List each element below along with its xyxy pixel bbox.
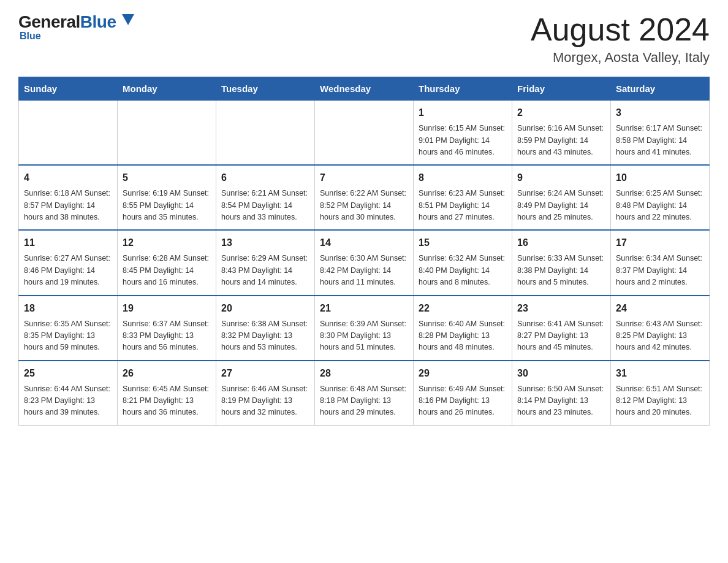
- day-number: 25: [24, 366, 112, 381]
- calendar-cell: 25Sunrise: 6:44 AM Sunset: 8:23 PM Dayli…: [19, 361, 118, 426]
- day-info: Sunrise: 6:46 AM Sunset: 8:19 PM Dayligh…: [221, 383, 309, 419]
- calendar-cell: 31Sunrise: 6:51 AM Sunset: 8:12 PM Dayli…: [611, 361, 710, 426]
- calendar-header-friday: Friday: [512, 77, 611, 101]
- day-number: 31: [616, 366, 704, 381]
- calendar-header-sunday: Sunday: [19, 77, 118, 101]
- day-number: 1: [419, 105, 507, 120]
- calendar-header-tuesday: Tuesday: [216, 77, 315, 101]
- calendar-cell: 3Sunrise: 6:17 AM Sunset: 8:58 PM Daylig…: [611, 101, 710, 166]
- day-number: 19: [123, 301, 211, 316]
- calendar-header-thursday: Thursday: [414, 77, 512, 101]
- calendar-cell: 1Sunrise: 6:15 AM Sunset: 9:01 PM Daylig…: [414, 101, 512, 166]
- day-info: Sunrise: 6:43 AM Sunset: 8:25 PM Dayligh…: [616, 318, 704, 354]
- calendar-week-4: 18Sunrise: 6:35 AM Sunset: 8:35 PM Dayli…: [19, 296, 710, 361]
- day-info: Sunrise: 6:27 AM Sunset: 8:46 PM Dayligh…: [24, 253, 112, 288]
- day-number: 5: [123, 170, 211, 185]
- calendar-header-saturday: Saturday: [611, 77, 710, 101]
- calendar-cell: [216, 101, 315, 166]
- day-number: 14: [320, 236, 408, 250]
- day-info: Sunrise: 6:41 AM Sunset: 8:27 PM Dayligh…: [517, 318, 605, 354]
- day-info: Sunrise: 6:30 AM Sunset: 8:42 PM Dayligh…: [320, 253, 408, 288]
- calendar-cell: 12Sunrise: 6:28 AM Sunset: 8:45 PM Dayli…: [118, 230, 216, 295]
- day-number: 24: [616, 301, 704, 316]
- calendar-week-3: 11Sunrise: 6:27 AM Sunset: 8:46 PM Dayli…: [19, 230, 710, 295]
- calendar-cell: 8Sunrise: 6:23 AM Sunset: 8:51 PM Daylig…: [414, 165, 512, 230]
- month-title: August 2024: [531, 12, 710, 47]
- calendar-cell: 11Sunrise: 6:27 AM Sunset: 8:46 PM Dayli…: [19, 230, 118, 295]
- title-area: August 2024 Morgex, Aosta Valley, Italy: [531, 12, 710, 66]
- calendar-cell: 9Sunrise: 6:24 AM Sunset: 8:49 PM Daylig…: [512, 165, 611, 230]
- day-info: Sunrise: 6:22 AM Sunset: 8:52 PM Dayligh…: [320, 188, 408, 223]
- day-info: Sunrise: 6:39 AM Sunset: 8:30 PM Dayligh…: [320, 318, 408, 354]
- day-info: Sunrise: 6:48 AM Sunset: 8:18 PM Dayligh…: [320, 383, 408, 419]
- day-info: Sunrise: 6:33 AM Sunset: 8:38 PM Dayligh…: [517, 253, 605, 288]
- calendar-cell: 19Sunrise: 6:37 AM Sunset: 8:33 PM Dayli…: [118, 296, 216, 361]
- day-number: 4: [24, 170, 112, 185]
- calendar-cell: 13Sunrise: 6:29 AM Sunset: 8:43 PM Dayli…: [216, 230, 315, 295]
- logo-general: General: [18, 12, 80, 32]
- day-info: Sunrise: 6:34 AM Sunset: 8:37 PM Dayligh…: [616, 253, 704, 288]
- day-info: Sunrise: 6:45 AM Sunset: 8:21 PM Dayligh…: [123, 383, 211, 419]
- day-info: Sunrise: 6:15 AM Sunset: 9:01 PM Dayligh…: [419, 123, 507, 158]
- day-number: 7: [320, 170, 408, 185]
- calendar-cell: 24Sunrise: 6:43 AM Sunset: 8:25 PM Dayli…: [611, 296, 710, 361]
- day-info: Sunrise: 6:51 AM Sunset: 8:12 PM Dayligh…: [616, 383, 704, 419]
- day-info: Sunrise: 6:49 AM Sunset: 8:16 PM Dayligh…: [419, 383, 507, 419]
- day-info: Sunrise: 6:40 AM Sunset: 8:28 PM Dayligh…: [419, 318, 507, 354]
- calendar-header-row: SundayMondayTuesdayWednesdayThursdayFrid…: [19, 77, 710, 101]
- day-number: 22: [419, 301, 507, 316]
- logo-blue-part: Blue: [80, 12, 134, 32]
- day-info: Sunrise: 6:50 AM Sunset: 8:14 PM Dayligh…: [517, 383, 605, 419]
- day-info: Sunrise: 6:21 AM Sunset: 8:54 PM Dayligh…: [221, 188, 309, 223]
- day-number: 23: [517, 301, 605, 316]
- calendar-cell: 26Sunrise: 6:45 AM Sunset: 8:21 PM Dayli…: [118, 361, 216, 426]
- day-number: 9: [517, 170, 605, 185]
- day-number: 6: [221, 170, 309, 185]
- day-info: Sunrise: 6:38 AM Sunset: 8:32 PM Dayligh…: [221, 318, 309, 354]
- day-info: Sunrise: 6:32 AM Sunset: 8:40 PM Dayligh…: [419, 253, 507, 288]
- location-title: Morgex, Aosta Valley, Italy: [531, 50, 710, 66]
- calendar-header-monday: Monday: [118, 77, 216, 101]
- calendar-cell: 22Sunrise: 6:40 AM Sunset: 8:28 PM Dayli…: [414, 296, 512, 361]
- day-info: Sunrise: 6:44 AM Sunset: 8:23 PM Dayligh…: [24, 383, 112, 419]
- day-number: 12: [123, 236, 211, 250]
- logo-text: General Blue: [18, 12, 134, 32]
- calendar-cell: 20Sunrise: 6:38 AM Sunset: 8:32 PM Dayli…: [216, 296, 315, 361]
- day-number: 20: [221, 301, 309, 316]
- calendar-cell: 27Sunrise: 6:46 AM Sunset: 8:19 PM Dayli…: [216, 361, 315, 426]
- day-number: 21: [320, 301, 408, 316]
- calendar-header-wednesday: Wednesday: [315, 77, 414, 101]
- calendar-week-1: 1Sunrise: 6:15 AM Sunset: 9:01 PM Daylig…: [19, 101, 710, 166]
- day-number: 3: [616, 105, 704, 120]
- calendar-cell: [315, 101, 414, 166]
- calendar-cell: 21Sunrise: 6:39 AM Sunset: 8:30 PM Dayli…: [315, 296, 414, 361]
- calendar-cell: 30Sunrise: 6:50 AM Sunset: 8:14 PM Dayli…: [512, 361, 611, 426]
- day-number: 29: [419, 366, 507, 381]
- calendar-cell: 10Sunrise: 6:25 AM Sunset: 8:48 PM Dayli…: [611, 165, 710, 230]
- day-number: 26: [123, 366, 211, 381]
- day-info: Sunrise: 6:17 AM Sunset: 8:58 PM Dayligh…: [616, 123, 704, 158]
- calendar-cell: 4Sunrise: 6:18 AM Sunset: 8:57 PM Daylig…: [19, 165, 118, 230]
- day-info: Sunrise: 6:37 AM Sunset: 8:33 PM Dayligh…: [123, 318, 211, 354]
- logo-triangle-icon: [122, 14, 134, 25]
- day-number: 18: [24, 301, 112, 316]
- calendar-cell: 16Sunrise: 6:33 AM Sunset: 8:38 PM Dayli…: [512, 230, 611, 295]
- logo-underline: Blue: [20, 31, 41, 42]
- calendar-cell: 14Sunrise: 6:30 AM Sunset: 8:42 PM Dayli…: [315, 230, 414, 295]
- day-info: Sunrise: 6:25 AM Sunset: 8:48 PM Dayligh…: [616, 188, 704, 223]
- day-info: Sunrise: 6:18 AM Sunset: 8:57 PM Dayligh…: [24, 188, 112, 223]
- calendar-cell: 29Sunrise: 6:49 AM Sunset: 8:16 PM Dayli…: [414, 361, 512, 426]
- day-info: Sunrise: 6:29 AM Sunset: 8:43 PM Dayligh…: [221, 253, 309, 288]
- calendar-cell: 15Sunrise: 6:32 AM Sunset: 8:40 PM Dayli…: [414, 230, 512, 295]
- logo-area: General Blue Blue: [18, 12, 134, 42]
- calendar-cell: [19, 101, 118, 166]
- calendar-cell: 2Sunrise: 6:16 AM Sunset: 8:59 PM Daylig…: [512, 101, 611, 166]
- calendar-week-2: 4Sunrise: 6:18 AM Sunset: 8:57 PM Daylig…: [19, 165, 710, 230]
- day-number: 17: [616, 236, 704, 250]
- calendar-cell: 17Sunrise: 6:34 AM Sunset: 8:37 PM Dayli…: [611, 230, 710, 295]
- day-number: 11: [24, 236, 112, 250]
- day-info: Sunrise: 6:24 AM Sunset: 8:49 PM Dayligh…: [517, 188, 605, 223]
- day-number: 2: [517, 105, 605, 120]
- calendar-table: SundayMondayTuesdayWednesdayThursdayFrid…: [18, 77, 710, 426]
- day-number: 30: [517, 366, 605, 381]
